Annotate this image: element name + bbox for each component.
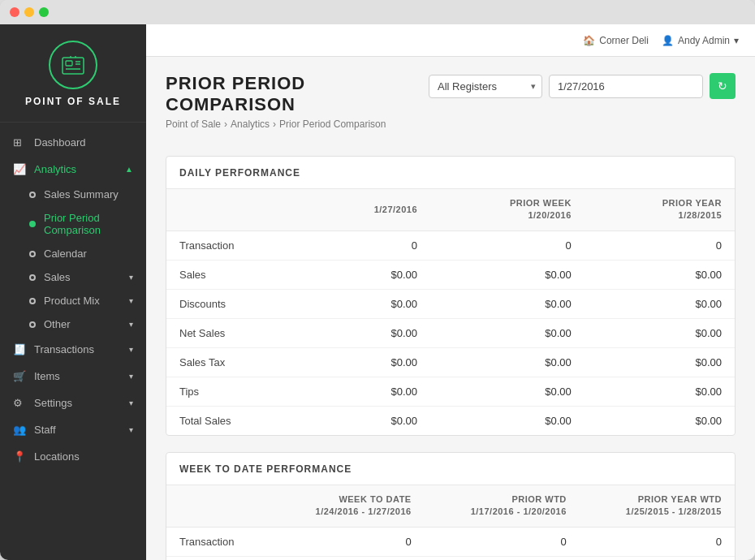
row-c1: 0 xyxy=(270,527,425,556)
sidebar-item-prior-period[interactable]: Prior Period Comparison xyxy=(0,206,146,242)
sidebar-item-sales-summary[interactable]: Sales Summary xyxy=(0,183,146,206)
sidebar-item-sales[interactable]: Sales ▾ xyxy=(0,265,146,289)
table-row: Total Sales $0.00 $0.00 $0.00 xyxy=(166,406,735,435)
row-label: Net Sales xyxy=(166,318,308,347)
row-label: Tips xyxy=(166,377,308,406)
breadcrumb-item-2: Analytics xyxy=(231,118,270,130)
table-row: Tips $0.00 $0.00 $0.00 xyxy=(166,377,735,406)
chevron-down-icon: ▾ xyxy=(129,372,133,381)
row-label: Transaction xyxy=(166,230,308,260)
sidebar-item-other[interactable]: Other ▾ xyxy=(0,312,146,336)
chevron-down-icon: ▾ xyxy=(129,296,133,305)
chevron-up-icon: ▲ xyxy=(125,165,133,174)
weekly-section-header: WEEK TO DATE PERFORMANCE xyxy=(166,453,735,485)
register-select[interactable]: All RegistersRegister 1Register 2 xyxy=(429,75,542,98)
logo-icon xyxy=(49,41,97,89)
row-c2: 0 xyxy=(430,230,585,260)
daily-section-title: DAILY PERFORMANCE xyxy=(179,167,300,179)
analytics-icon: 📈 xyxy=(13,163,28,175)
breadcrumb-item-1: Point of Sale xyxy=(166,118,221,130)
row-c3: $0.00 xyxy=(585,289,735,318)
sidebar-sub-label: Sales Summary xyxy=(44,188,119,200)
app-window: POINT OF SALE ⊞ Dashboard 📈 Analytics ▲ xyxy=(0,0,755,560)
breadcrumb-item-3: Prior Period Comparison xyxy=(279,118,386,130)
close-button[interactable] xyxy=(10,7,19,17)
daily-col-prior-week: PRIOR WEEK 1/20/2016 xyxy=(430,189,585,230)
sidebar-app-name: POINT OF SALE xyxy=(25,96,121,107)
breadcrumb: Point of Sale › Analytics › Prior Period… xyxy=(166,118,429,130)
sidebar-item-settings[interactable]: ⚙ Settings ▾ xyxy=(0,390,146,416)
dot-icon xyxy=(29,298,36,304)
user-icon: 👤 xyxy=(662,35,674,46)
daily-col-prior-year: PRIOR YEAR 1/28/2015 xyxy=(585,189,735,230)
store-name: Corner Deli xyxy=(599,35,649,46)
row-label: Discounts xyxy=(166,289,308,318)
breadcrumb-sep-1: › xyxy=(224,118,227,130)
chevron-down-icon: ▾ xyxy=(129,273,133,282)
content-area: PRIOR PERIOD COMPARISON Point of Sale › … xyxy=(146,57,755,560)
sidebar-item-label: Settings xyxy=(34,397,72,409)
row-c2: $0.00 xyxy=(430,347,585,377)
row-c2: 0 xyxy=(425,527,580,556)
row-label: Sales xyxy=(166,556,270,560)
svg-rect-1 xyxy=(66,61,72,66)
dot-icon xyxy=(29,251,36,257)
register-select-wrapper: All RegistersRegister 1Register 2 xyxy=(429,75,542,98)
sidebar-item-items[interactable]: 🛒 Items ▾ xyxy=(0,363,146,390)
sidebar-item-calendar[interactable]: Calendar xyxy=(0,242,146,265)
breadcrumb-sep-2: › xyxy=(273,118,276,130)
page-title: PRIOR PERIOD COMPARISON xyxy=(166,73,429,115)
row-c1: $0.00 xyxy=(270,556,425,560)
dot-icon xyxy=(29,274,36,281)
row-c2: $0.00 xyxy=(430,377,585,406)
row-c2: $0.00 xyxy=(430,318,585,347)
row-c1: $0.00 xyxy=(308,260,430,289)
row-c2: $0.00 xyxy=(425,556,580,560)
sidebar-item-label: Transactions xyxy=(34,343,94,355)
row-c3: $0.00 xyxy=(585,260,735,289)
row-c1: $0.00 xyxy=(308,289,430,318)
refresh-button[interactable]: ↻ xyxy=(710,73,736,99)
row-c3: $0.00 xyxy=(585,377,735,406)
table-row: Sales $0.00 $0.00 $0.00 xyxy=(166,260,735,289)
sidebar-sub-label: Prior Period Comparison xyxy=(44,212,133,236)
table-row: Net Sales $0.00 $0.00 $0.00 xyxy=(166,318,735,347)
sidebar-sub-label: Other xyxy=(44,318,71,330)
row-c3: $0.00 xyxy=(580,556,735,560)
chevron-down-icon: ▾ xyxy=(129,320,133,329)
weekly-col-wtd: WEEK TO DATE 1/24/2016 - 1/27/2016 xyxy=(270,485,425,527)
row-c3: 0 xyxy=(585,230,735,260)
table-row: Transaction 0 0 0 xyxy=(166,230,735,260)
filter-bar: All RegistersRegister 1Register 2 ↻ xyxy=(429,73,736,99)
sidebar-item-staff[interactable]: 👥 Staff ▾ xyxy=(0,416,146,443)
row-c2: $0.00 xyxy=(430,289,585,318)
daily-col-current: 1/27/2016 xyxy=(308,189,430,230)
weekly-col-prior-year-wtd: PRIOR YEAR WTD 1/25/2015 - 1/28/2015 xyxy=(580,485,735,527)
staff-icon: 👥 xyxy=(13,424,28,436)
titlebar xyxy=(0,0,755,24)
weekly-section-title: WEEK TO DATE PERFORMANCE xyxy=(179,463,352,475)
chevron-down-icon: ▾ xyxy=(129,398,133,407)
sidebar-item-locations[interactable]: 📍 Locations xyxy=(0,443,146,470)
weekly-performance-table: WEEK TO DATE 1/24/2016 - 1/27/2016 PRIOR… xyxy=(166,485,735,560)
sidebar-item-analytics[interactable]: 📈 Analytics ▲ xyxy=(0,156,146,183)
topbar-admin[interactable]: 👤 Andy Admin ▾ xyxy=(662,35,739,46)
sidebar-sub-label: Sales xyxy=(44,271,71,283)
locations-icon: 📍 xyxy=(13,450,28,463)
chevron-down-icon: ▾ xyxy=(129,425,133,434)
topbar: 🏠 Corner Deli 👤 Andy Admin ▾ xyxy=(146,24,755,57)
row-c3: $0.00 xyxy=(585,318,735,347)
sidebar-item-transactions[interactable]: 🧾 Transactions ▾ xyxy=(0,336,146,363)
sidebar-logo: POINT OF SALE xyxy=(0,24,146,123)
date-input[interactable] xyxy=(549,75,703,98)
sidebar-item-label: Analytics xyxy=(34,163,76,175)
maximize-button[interactable] xyxy=(39,7,49,17)
weekly-performance-card: WEEK TO DATE PERFORMANCE WEEK TO DATE 1/… xyxy=(166,452,736,560)
sidebar-item-dashboard[interactable]: ⊞ Dashboard xyxy=(0,129,146,156)
sidebar-item-label: Locations xyxy=(34,450,80,463)
minimize-button[interactable] xyxy=(24,7,34,17)
sidebar: POINT OF SALE ⊞ Dashboard 📈 Analytics ▲ xyxy=(0,24,146,560)
row-c1: 0 xyxy=(308,230,430,260)
row-c3: $0.00 xyxy=(585,347,735,377)
sidebar-item-product-mix[interactable]: Product Mix ▾ xyxy=(0,289,146,312)
